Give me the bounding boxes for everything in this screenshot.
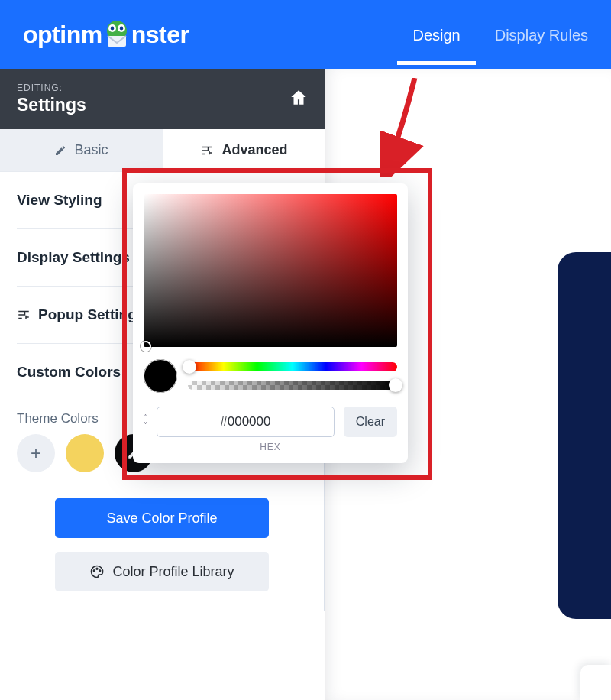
pencil-icon — [54, 144, 66, 157]
svg-point-3 — [110, 27, 114, 31]
brand-logo: optinm nster — [23, 18, 412, 50]
preview-corner — [580, 665, 611, 700]
current-color-preview — [144, 359, 177, 393]
color-swatch-yellow[interactable] — [66, 434, 104, 472]
editing-header: EDITING: Settings — [0, 69, 325, 129]
sliders-icon — [200, 144, 214, 157]
saturation-area[interactable] — [144, 194, 397, 347]
hue-thumb[interactable] — [183, 360, 196, 374]
svg-point-7 — [97, 568, 99, 569]
nav-tab-display-rules[interactable]: Display Rules — [495, 4, 588, 65]
subtab-advanced[interactable]: Advanced — [163, 129, 325, 171]
plus-icon: + — [31, 442, 41, 464]
save-color-profile-button[interactable]: Save Color Profile — [55, 498, 269, 538]
add-color-button[interactable]: + — [17, 434, 55, 472]
svg-point-8 — [99, 570, 101, 572]
hex-stepper[interactable]: ˄ ˅ — [144, 414, 147, 429]
subtab-advanced-label: Advanced — [221, 142, 287, 158]
palette-icon — [89, 564, 105, 579]
saturation-thumb[interactable] — [141, 341, 151, 352]
sliders-icon — [17, 308, 31, 322]
home-icon — [289, 88, 309, 108]
color-profile-library-button[interactable]: Color Profile Library — [55, 552, 269, 591]
logo-text-a: optinm — [23, 21, 102, 49]
editing-label: EDITING: — [17, 83, 86, 93]
nav-tab-design[interactable]: Design — [412, 4, 460, 65]
logo-text-b: nster — [131, 21, 189, 49]
alpha-slider[interactable] — [188, 381, 397, 390]
alpha-thumb[interactable] — [389, 378, 402, 392]
subtab-basic-label: Basic — [74, 142, 108, 158]
editing-title: Settings — [17, 95, 86, 115]
hue-slider[interactable] — [188, 362, 397, 371]
color-profile-library-label: Color Profile Library — [112, 564, 234, 580]
subtabs: Basic Advanced — [0, 129, 325, 172]
divider — [324, 459, 325, 611]
home-button[interactable] — [289, 88, 309, 111]
chevron-down-icon: ˅ — [144, 422, 147, 429]
mascot-icon — [101, 18, 133, 50]
hex-input[interactable] — [157, 407, 335, 437]
subtab-basic[interactable]: Basic — [0, 129, 163, 171]
section-popup-settings-label: Popup Settings — [38, 306, 144, 323]
clear-color-button[interactable]: Clear — [344, 407, 397, 437]
color-picker: ˄ ˅ Clear HEX — [133, 183, 408, 463]
hex-label: HEX — [144, 442, 397, 452]
svg-point-6 — [94, 570, 95, 572]
top-nav: optinm nster Design Display Rules — [0, 0, 611, 69]
popup-preview — [558, 252, 611, 619]
save-color-profile-label: Save Color Profile — [106, 510, 217, 527]
svg-point-4 — [119, 27, 123, 31]
